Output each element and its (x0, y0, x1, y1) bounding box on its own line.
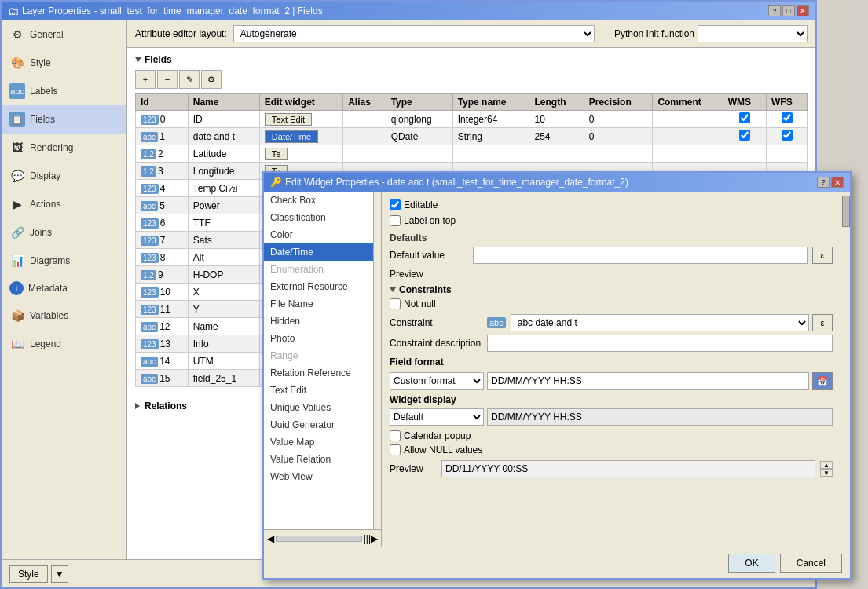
dialog-title-bar: 🔑 Edit Widget Properties - date and t (s… (264, 173, 850, 192)
widget-value-relation[interactable]: Value Relation (264, 451, 373, 468)
field-format-section: Field format Custom format 📅 Widget disp… (390, 357, 833, 477)
edit-widget-dialog: 🔑 Edit Widget Properties - date and t (s… (262, 171, 852, 580)
nav-right-button[interactable]: ▶ (371, 533, 378, 544)
label-on-top-label: Label on top (404, 215, 456, 226)
constraints-expand-icon (390, 287, 396, 292)
format-input[interactable] (487, 372, 809, 390)
widget-relation-reference[interactable]: Relation Reference (264, 364, 373, 382)
widget-range: Range (264, 347, 373, 364)
ok-button[interactable]: OK (728, 554, 775, 573)
constraint-combo[interactable]: abc date and t (511, 314, 809, 331)
allow-null-label: Allow NULL values (404, 444, 482, 455)
spin-up-button[interactable]: ▲ (820, 461, 833, 469)
display-input[interactable] (487, 408, 833, 426)
widget-datetime[interactable]: Date/Time (264, 243, 373, 261)
default-value-label: Default value (390, 250, 468, 261)
field-format-label: Field format (390, 357, 833, 368)
dialog-icon: 🔑 (270, 177, 282, 188)
widget-uuid-generator[interactable]: Uuid Generator (264, 416, 373, 434)
dialog-footer: OK Cancel (264, 547, 850, 578)
label-on-top-row: Label on top (390, 215, 833, 226)
nav-scrollbar (276, 536, 362, 542)
allow-null-row: Allow NULL values (390, 444, 833, 455)
calendar-popup-checkbox[interactable] (390, 430, 401, 441)
dialog-close-button[interactable]: ✕ (831, 177, 844, 188)
dialog-scrollbar[interactable] (841, 192, 850, 547)
dialog-body: Check Box Classification Color Date/Time… (264, 192, 850, 547)
widget-color[interactable]: Color (264, 226, 373, 243)
widget-enumeration: Enumeration (264, 261, 373, 278)
constraint-desc-row: Constraint description (390, 335, 833, 352)
preview-label-1: Preview (390, 269, 468, 280)
default-value-row: Default value ε (390, 247, 833, 264)
editable-label: Editable (404, 199, 438, 210)
not-null-checkbox[interactable] (390, 298, 401, 309)
constraint-expr-button[interactable]: ε (812, 314, 833, 331)
format-row: Custom format 📅 (390, 372, 833, 390)
constraint-row: Constraint abc abc date and t ε (390, 314, 833, 331)
widget-list-nav: ◀ ||| ▶ (264, 529, 381, 547)
nav-center: ||| (364, 533, 371, 544)
allow-null-checkbox[interactable] (390, 444, 401, 455)
widget-value-map[interactable]: Value Map (264, 434, 373, 451)
not-null-row: Not null (390, 298, 833, 309)
default-value-expr-button[interactable]: ε (812, 247, 833, 264)
widget-hidden[interactable]: Hidden (264, 313, 373, 330)
preview-label-2: Preview (390, 463, 437, 474)
widget-unique-values[interactable]: Unique Values (264, 399, 373, 416)
dialog-overlay: 🔑 Edit Widget Properties - date and t (s… (0, 0, 868, 589)
widget-display-label: Widget display (390, 394, 833, 405)
display-combo[interactable]: Default (390, 408, 484, 426)
format-calendar-button[interactable]: 📅 (812, 372, 833, 390)
not-null-label: Not null (404, 298, 436, 309)
widget-web-view[interactable]: Web View (264, 468, 373, 485)
constraint-desc-input[interactable] (487, 335, 833, 352)
calendar-popup-row: Calendar popup (390, 430, 833, 441)
dialog-title-text: Edit Widget Properties - date and t (sma… (285, 177, 628, 188)
constraint-label: Constraint (390, 317, 484, 328)
dialog-help-button[interactable]: ? (817, 177, 830, 188)
preview-row-2: Preview ▲ ▼ (390, 460, 833, 477)
widget-text-edit[interactable]: Text Edit (264, 382, 373, 399)
constraints-title: Constraints (399, 284, 452, 295)
cancel-button[interactable]: Cancel (780, 554, 842, 573)
widget-classification[interactable]: Classification (264, 209, 373, 226)
default-value-input[interactable] (473, 247, 808, 264)
preview-row-1: Preview (390, 269, 833, 280)
preview-input[interactable] (441, 460, 815, 477)
editable-checkbox[interactable] (390, 199, 401, 210)
defaults-header: Defaults (390, 232, 833, 243)
widget-photo[interactable]: Photo (264, 330, 373, 347)
widget-list: Check Box Classification Color Date/Time… (264, 192, 374, 529)
editable-row: Editable (390, 199, 833, 210)
constraints-header: Constraints (390, 284, 833, 295)
spin-down-button[interactable]: ▼ (820, 469, 833, 477)
constraint-desc-label: Constraint description (390, 338, 484, 349)
calendar-popup-label: Calendar popup (404, 430, 471, 441)
nav-left-button[interactable]: ◀ (267, 533, 274, 544)
label-on-top-checkbox[interactable] (390, 215, 401, 226)
widget-file-name[interactable]: File Name (264, 295, 373, 313)
right-panel: Editable Label on top Defaults Default v… (382, 192, 841, 547)
widget-check-box[interactable]: Check Box (264, 192, 373, 209)
format-combo[interactable]: Custom format (390, 372, 484, 390)
preview-spinner: ▲ ▼ (820, 461, 833, 477)
widget-external-resource[interactable]: External Resource (264, 278, 373, 295)
display-row: Default (390, 408, 833, 426)
scrollbar-thumb (842, 196, 850, 227)
